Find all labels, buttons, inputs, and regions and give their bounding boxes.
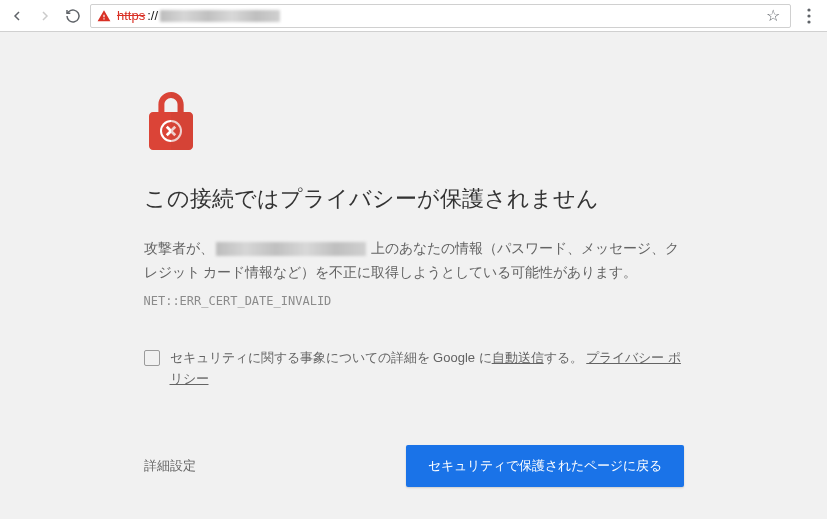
browser-toolbar: https:// ☆: [0, 0, 827, 32]
kebab-menu-icon[interactable]: [797, 4, 821, 28]
error-code: NET::ERR_CERT_DATE_INVALID: [144, 294, 684, 308]
svg-point-0: [807, 8, 810, 11]
opt-in-row: セキュリティに関する事象についての詳細を Google に自動送信する。 プライ…: [144, 348, 684, 390]
advanced-button[interactable]: 詳細設定: [144, 457, 196, 475]
opt-in-checkbox[interactable]: [144, 350, 160, 366]
page-content: この接続ではプライバシーが保護されません 攻撃者が、 上のあなたの情報（パスワー…: [0, 32, 827, 487]
forward-button[interactable]: [34, 5, 56, 27]
bookmark-star-icon[interactable]: ☆: [762, 6, 784, 25]
reload-button[interactable]: [62, 5, 84, 27]
address-bar[interactable]: https:// ☆: [90, 4, 791, 28]
body-prefix: 攻撃者が、: [144, 240, 214, 256]
opt-in-label: セキュリティに関する事象についての詳細を Google に自動送信する。 プライ…: [170, 348, 684, 390]
url-text: https://: [117, 8, 756, 23]
error-headline: この接続ではプライバシーが保護されません: [144, 184, 684, 215]
ssl-error-interstitial: この接続ではプライバシーが保護されません 攻撃者が、 上のあなたの情報（パスワー…: [144, 92, 684, 487]
lock-error-icon: [144, 92, 684, 156]
button-row: 詳細設定 セキュリティで保護されたページに戻る: [144, 445, 684, 487]
url-separator: ://: [147, 8, 158, 23]
svg-point-2: [807, 20, 810, 23]
back-button[interactable]: [6, 5, 28, 27]
svg-point-1: [807, 14, 810, 17]
body-host-redacted: [216, 242, 366, 256]
auto-send-link[interactable]: 自動送信: [492, 350, 544, 365]
url-scheme: https: [117, 8, 145, 23]
url-host-redacted: [160, 10, 280, 22]
error-body: 攻撃者が、 上のあなたの情報（パスワード、メッセージ、クレジット カード情報など…: [144, 237, 684, 285]
warning-icon: [97, 9, 111, 23]
back-to-safety-button[interactable]: セキュリティで保護されたページに戻る: [406, 445, 684, 487]
